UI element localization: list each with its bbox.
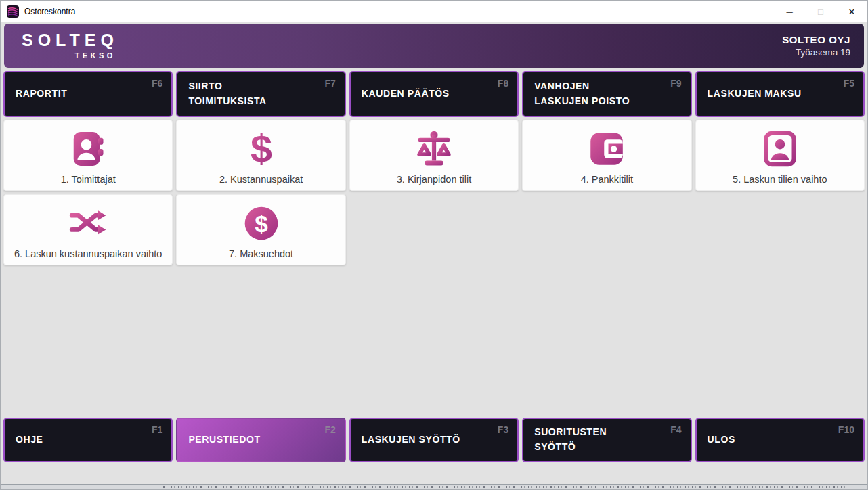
taskbar-peek — [1, 484, 867, 489]
laskujen-syotto-button[interactable]: LASKUJEN SYÖTTÖ F3 — [349, 418, 519, 462]
logo-secondary-text: TEKSO — [75, 51, 116, 60]
card-label: 5. Laskun tilien vaihto — [733, 174, 827, 185]
perustiedot-button[interactable]: PERUSTIEDOT F2 — [176, 418, 345, 462]
card-laskun-kustannuspaikan-vaihto[interactable]: 6. Laskun kustannuspaikan vaihto — [3, 194, 173, 265]
card-laskun-tilien-vaihto[interactable]: 5. Laskun tilien vaihto — [695, 120, 865, 191]
card-kirjanpidon-tilit[interactable]: 3. Kirjanpidon tilit — [349, 120, 519, 191]
card-kustannuspaikat[interactable]: $ 2. Kustannuspaikat — [176, 120, 345, 191]
shuffle-icon — [68, 201, 108, 246]
button-label: PERUSTIEDOT — [188, 432, 260, 447]
address-book-icon — [68, 127, 108, 171]
siirto-toimituksista-button[interactable]: SIIRTO TOIMITUKSISTA F7 — [176, 71, 345, 117]
portrait-icon — [760, 127, 800, 171]
card-pankkitilit[interactable]: 4. Pankkitilit — [522, 120, 691, 191]
solteq-logo: SOLTEQ TEKSO — [22, 32, 118, 60]
wallet-icon — [586, 127, 627, 171]
fkey-label: F7 — [324, 78, 335, 89]
taskbar-peek-texture — [163, 486, 847, 488]
ohje-button[interactable]: OHJE F1 — [3, 418, 173, 462]
fkey-label: F6 — [152, 78, 162, 89]
button-label: RAPORTIT — [16, 87, 67, 102]
card-label: 3. Kirjanpidon tilit — [397, 174, 471, 185]
fkey-label: F5 — [844, 78, 854, 89]
application-window: Ostoreskontra ─ □ ✕ SOLTEQ TEKSO SOLTEO … — [0, 0, 868, 490]
svg-text:$: $ — [251, 129, 272, 169]
button-label: SIIRTO TOIMITUKSISTA — [188, 79, 295, 108]
dollar-icon: $ — [241, 127, 282, 171]
bottom-margin-strip — [1, 462, 867, 489]
card-toimittajat[interactable]: 1. Toimittajat — [3, 120, 173, 191]
card-label: 2. Kustannuspaikat — [219, 174, 303, 185]
scales-icon — [414, 127, 454, 171]
fkey-label: F4 — [670, 424, 681, 435]
button-label: VANHOJEN LASKUJEN POISTO — [534, 79, 641, 108]
card-maksuehdot[interactable]: $ 7. Maksuehdot — [176, 194, 345, 265]
logo-primary-text: SOLTEQ — [22, 32, 118, 49]
card-label: 4. Pankkitilit — [581, 174, 633, 185]
main-empty-area — [1, 265, 867, 418]
maximize-icon: □ — [805, 1, 836, 22]
bottom-button-row: OHJE F1 PERUSTIEDOT F2 LASKUJEN SYÖTTÖ F… — [1, 418, 867, 462]
titlebar: Ostoreskontra ─ □ ✕ — [1, 1, 867, 22]
card-grid: 1. Toimittajat $ 2. Kustannuspaikat — [1, 120, 867, 265]
app-logo-icon — [7, 5, 19, 18]
top-button-row: RAPORTIT F6 SIIRTO TOIMITUKSISTA F7 KAUD… — [1, 71, 867, 117]
button-label: KAUDEN PÄÄTÖS — [362, 87, 450, 102]
laskujen-maksu-button[interactable]: LASKUJEN MAKSU F5 — [695, 71, 865, 117]
kauden-paatos-button[interactable]: KAUDEN PÄÄTÖS F8 — [349, 71, 519, 117]
fkey-label: F9 — [670, 78, 681, 89]
card-label: 7. Maksuehdot — [229, 248, 293, 259]
window-title: Ostoreskontra — [24, 7, 75, 16]
raportit-button[interactable]: RAPORTIT F6 — [3, 71, 173, 117]
vanhojen-laskujen-poisto-button[interactable]: VANHOJEN LASKUJEN POISTO F9 — [522, 71, 691, 117]
button-label: LASKUJEN MAKSU — [708, 87, 802, 102]
suoritusten-syotto-button[interactable]: SUORITUSTEN SYÖTTÖ F4 — [522, 418, 691, 462]
minimize-icon[interactable]: ─ — [774, 1, 805, 22]
company-name: SOLTEO OYJ — [782, 34, 850, 45]
ulos-button[interactable]: ULOS F10 — [695, 418, 865, 462]
fkey-label: F10 — [838, 424, 854, 435]
dollar-circle-icon: $ — [241, 201, 282, 246]
fkey-label: F1 — [152, 424, 162, 435]
workstation-label: Työasema 19 — [782, 47, 850, 58]
svg-text:$: $ — [255, 210, 267, 236]
button-label: ULOS — [708, 432, 735, 447]
fkey-label: F8 — [498, 78, 508, 89]
close-icon[interactable]: ✕ — [836, 1, 867, 22]
fkey-label: F2 — [324, 424, 335, 435]
brand-header: SOLTEQ TEKSO SOLTEO OYJ Työasema 19 — [4, 24, 864, 68]
button-label: LASKUJEN SYÖTTÖ — [362, 432, 460, 447]
fkey-label: F3 — [498, 424, 508, 435]
button-label: OHJE — [16, 432, 43, 447]
session-info: SOLTEO OYJ Työasema 19 — [782, 34, 850, 58]
button-label: SUORITUSTEN SYÖTTÖ — [534, 425, 641, 454]
card-label: 1. Toimittajat — [61, 174, 116, 185]
card-label: 6. Laskun kustannuspaikan vaihto — [14, 248, 162, 259]
